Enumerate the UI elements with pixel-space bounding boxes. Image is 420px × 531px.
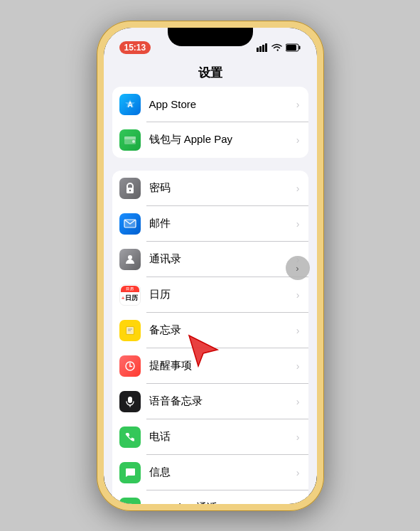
appstore-chevron: › [296, 99, 300, 110]
svg-rect-6 [286, 45, 296, 50]
messages-label: 信息 [149, 466, 292, 479]
settings-row-password[interactable]: 密码 › [112, 171, 308, 206]
svg-point-15 [128, 255, 132, 259]
svg-rect-2 [262, 45, 264, 52]
svg-rect-3 [265, 43, 267, 52]
scroll-content[interactable]: A App Store › [104, 87, 317, 504]
svg-rect-0 [257, 48, 259, 52]
svg-rect-5 [298, 45, 300, 49]
voice-icon [119, 391, 141, 412]
phone-chevron: › [296, 431, 300, 443]
messages-chevron: › [296, 467, 300, 478]
contacts-icon [119, 249, 141, 270]
mail-chevron: › [296, 218, 300, 230]
svg-rect-23 [128, 397, 132, 403]
password-chevron: › [296, 183, 300, 194]
svg-point-10 [132, 140, 135, 143]
mail-label: 邮件 [149, 217, 292, 230]
facetime-icon [119, 498, 141, 504]
svg-rect-1 [259, 46, 262, 52]
status-time: 15:13 [119, 41, 151, 54]
reminders-label: 提醒事项 [149, 359, 292, 372]
settings-row-appstore[interactable]: A App Store › [112, 87, 308, 122]
settings-row-wallet[interactable]: 钱包与 Apple Pay › [112, 122, 308, 158]
notes-icon [119, 320, 141, 341]
page-title: 设置 [104, 59, 317, 87]
facetime-label: FaceTime通话 [149, 501, 292, 504]
settings-row-mail[interactable]: 邮件 › [112, 206, 308, 242]
svg-point-12 [129, 189, 130, 191]
settings-row-messages[interactable]: 信息 › [112, 455, 308, 490]
mail-icon [119, 213, 141, 235]
notes-chevron: › [296, 325, 300, 336]
settings-group-2: 密码 › 邮件 › [112, 171, 308, 504]
settings-row-phone[interactable]: 电话 › [112, 419, 308, 455]
password-icon [119, 178, 141, 199]
voice-chevron: › [296, 396, 300, 407]
phone-icon [119, 427, 141, 448]
settings-row-reminders[interactable]: 提醒事项 › [112, 348, 308, 384]
password-label: 密码 [149, 181, 292, 195]
facetime-chevron: › [296, 503, 300, 504]
status-icons [257, 43, 301, 52]
appstore-label: App Store [149, 98, 292, 110]
wallet-label: 钱包与 Apple Pay [149, 133, 292, 146]
calendar-chevron: › [296, 289, 300, 301]
settings-row-facetime[interactable]: FaceTime通话 › [112, 490, 308, 504]
settings-row-contacts[interactable]: 通讯录 › [112, 242, 308, 277]
settings-row-voice[interactable]: 语音备忘录 › [112, 384, 308, 419]
appstore-icon: A [119, 94, 141, 115]
svg-rect-9 [124, 136, 136, 139]
messages-icon [119, 462, 141, 483]
settings-row-notes[interactable]: 备忘录 › [112, 313, 308, 348]
voice-label: 语音备忘录 [149, 395, 292, 408]
wifi-icon [271, 43, 282, 52]
reminders-icon [119, 355, 141, 377]
screen: 15:13 [104, 28, 317, 504]
settings-row-calendar[interactable]: 日历 +日历 日历 › [112, 277, 308, 313]
calendar-label: 日历 [149, 288, 292, 301]
reminders-chevron: › [296, 360, 300, 372]
svg-text:A: A [127, 101, 132, 109]
calendar-icon: 日历 +日历 [119, 284, 141, 306]
wallet-chevron: › [296, 134, 300, 146]
contacts-label: 通讯录 [149, 252, 292, 266]
battery-icon [286, 43, 301, 52]
notch [168, 28, 253, 46]
settings-group-1: A App Store › [112, 87, 308, 158]
wallet-icon [119, 129, 141, 151]
phone-label: 电话 [149, 430, 292, 444]
phone-frame: 15:13 [97, 21, 324, 511]
signal-icon [257, 43, 268, 52]
scroll-helper-button[interactable]: › [286, 256, 310, 280]
notes-label: 备忘录 [149, 323, 292, 337]
